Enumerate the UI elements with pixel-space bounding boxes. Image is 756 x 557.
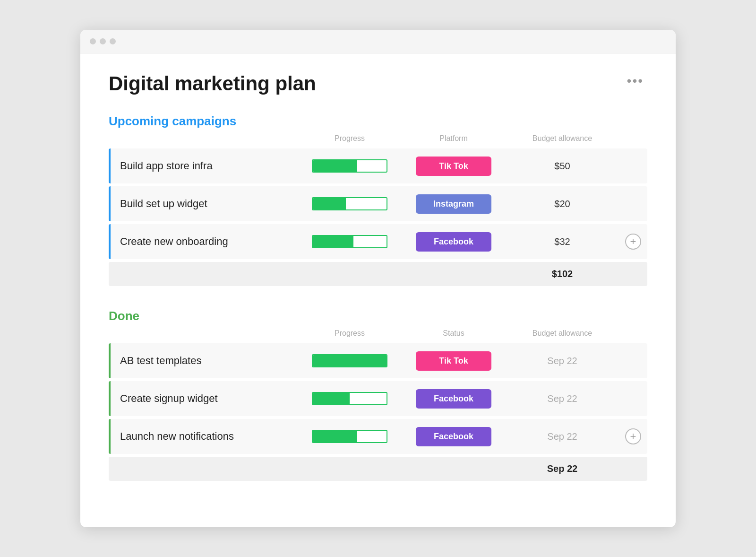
more-menu-button[interactable]: ••• [623, 72, 647, 89]
done-progress-bar-outer-3 [312, 430, 387, 443]
done-row-progress-2 [298, 392, 402, 405]
progress-bar-outer-1 [312, 159, 387, 173]
upcoming-total: $102 [506, 269, 619, 279]
table-row: Build set up widget Instagram $20 [109, 186, 647, 221]
col-header-progress-up: Progress [298, 134, 402, 143]
done-total: Sep 22 [506, 463, 619, 474]
done-row-add-3: + [619, 428, 647, 444]
progress-bar-outer-2 [312, 197, 387, 210]
col-header-status-done: Status [402, 329, 506, 338]
done-row-platform-2: Facebook [402, 389, 506, 409]
row-budget-2: $20 [506, 199, 619, 209]
done-section-title: Done [109, 309, 139, 323]
done-section: Done Progress Status Budget allowance AB… [109, 309, 647, 481]
add-row-button[interactable]: + [625, 234, 641, 250]
done-row-budget-2: Sep 22 [506, 393, 619, 404]
page-header: Digital marketing plan ••• [109, 72, 647, 95]
table-row: AB test templates Tik Tok Sep 22 [109, 343, 647, 378]
done-row-progress-3 [298, 430, 402, 443]
traffic-light-2[interactable] [100, 38, 106, 44]
done-row-platform-3: Facebook [402, 427, 506, 446]
col-header-progress-done: Progress [298, 329, 402, 338]
platform-badge-2: Instagram [416, 194, 491, 214]
done-row-name-3: Launch new notifications [111, 423, 298, 450]
traffic-light-3[interactable] [110, 38, 116, 44]
table-row: Create signup widget Facebook Sep 22 [109, 381, 647, 416]
row-budget-1: $50 [506, 161, 619, 172]
done-progress-bar-fill-2 [313, 393, 350, 404]
col-header-budget-up: Budget allowance [506, 134, 619, 143]
traffic-light-1[interactable] [90, 38, 96, 44]
col-header-name-up [109, 134, 298, 143]
titlebar [80, 30, 676, 53]
upcoming-campaigns-section: Upcoming campaigns Progress Platform Bud… [109, 114, 647, 286]
done-row-budget-1: Sep 22 [506, 356, 619, 366]
done-header-row: Done [109, 309, 647, 323]
page-content: Digital marketing plan ••• Upcoming camp… [80, 53, 676, 527]
platform-badge-3: Facebook [416, 232, 491, 252]
row-progress-3 [298, 235, 402, 248]
done-col-headers: Progress Status Budget allowance [109, 329, 647, 341]
upcoming-campaigns-title: Upcoming campaigns [109, 114, 236, 129]
platform-badge-1: Tik Tok [416, 157, 491, 176]
done-platform-badge-3: Facebook [416, 427, 491, 446]
row-platform-1: Tik Tok [402, 157, 506, 176]
row-name-2: Build set up widget [111, 190, 298, 218]
done-progress-bar-outer-2 [312, 392, 387, 405]
col-header-add-up [619, 134, 647, 143]
done-progress-bar-fill-1 [313, 355, 387, 366]
upcoming-header-row: Upcoming campaigns [109, 114, 647, 129]
row-budget-3: $32 [506, 236, 619, 247]
upcoming-col-headers: Progress Platform Budget allowance [109, 134, 647, 147]
progress-bar-fill-2 [313, 198, 346, 209]
row-name-3: Create new onboarding [111, 228, 298, 255]
col-header-name-done [109, 329, 298, 338]
done-row-name-1: AB test templates [111, 347, 298, 374]
done-row-name-2: Create signup widget [111, 385, 298, 412]
row-progress-2 [298, 197, 402, 210]
row-progress-1 [298, 159, 402, 173]
done-platform-badge-2: Facebook [416, 389, 491, 409]
progress-bar-outer-3 [312, 235, 387, 248]
done-row-progress-1 [298, 354, 402, 367]
main-window: Digital marketing plan ••• Upcoming camp… [80, 30, 676, 527]
col-header-budget-done: Budget allowance [506, 329, 619, 338]
progress-bar-fill-3 [313, 236, 353, 247]
col-header-platform-up: Platform [402, 134, 506, 143]
row-name-1: Build app store infra [111, 152, 298, 180]
done-row-budget-3: Sep 22 [506, 431, 619, 442]
progress-bar-fill-1 [313, 160, 357, 172]
table-row: Launch new notifications Facebook Sep 22… [109, 419, 647, 454]
upcoming-total-row: $102 [109, 262, 647, 286]
done-progress-bar-outer-1 [312, 354, 387, 367]
table-row: Build app store infra Tik Tok $50 [109, 148, 647, 183]
table-row: Create new onboarding Facebook $32 + [109, 224, 647, 259]
row-add-3: + [619, 234, 647, 250]
done-progress-bar-fill-3 [313, 431, 357, 442]
page-title: Digital marketing plan [109, 72, 316, 95]
add-done-row-button[interactable]: + [625, 428, 641, 444]
done-total-row: Sep 22 [109, 457, 647, 481]
col-header-add-done [619, 329, 647, 338]
row-platform-3: Facebook [402, 232, 506, 252]
done-platform-badge-1: Tik Tok [416, 351, 491, 371]
done-row-platform-1: Tik Tok [402, 351, 506, 371]
row-platform-2: Instagram [402, 194, 506, 214]
